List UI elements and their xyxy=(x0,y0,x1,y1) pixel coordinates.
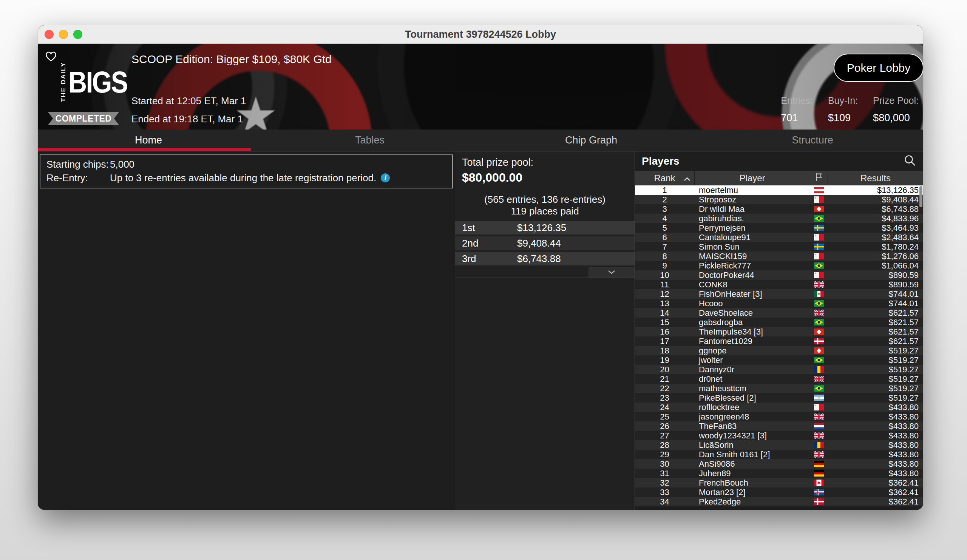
close-window-button[interactable] xyxy=(45,30,54,39)
player-row[interactable]: 30AnSi9086$433.80 xyxy=(635,459,923,469)
country-flag-icon-dk xyxy=(810,499,828,505)
lobby-tab-bar: HomeTablesChip GraphStructure xyxy=(38,130,923,151)
player-name: Dr wildi Maa xyxy=(694,204,810,214)
info-icon[interactable]: i xyxy=(381,173,390,183)
player-row[interactable]: 28LicãSorin$433.80 xyxy=(635,440,923,450)
player-row[interactable]: 31Juhen89$433.80 xyxy=(635,469,923,478)
player-row[interactable]: 17Fantomet1029$621.57 xyxy=(635,336,923,346)
scrollbar-thumb[interactable] xyxy=(919,186,922,207)
ended-time: Ended at 19:18 ET, Mar 1 xyxy=(132,113,243,125)
tab-structure[interactable]: Structure xyxy=(702,130,923,151)
player-name: woody1234321 [3] xyxy=(694,431,810,441)
started-time: Started at 12:05 ET, Mar 1 xyxy=(132,95,246,107)
player-row[interactable]: 26TheFan83$433.80 xyxy=(635,422,923,431)
player-row[interactable]: 10DoctorPoker44$890.59 xyxy=(635,270,923,280)
player-name: Pked2edge xyxy=(694,497,810,507)
player-rank: 21 xyxy=(635,374,694,384)
the-daily-bigs-logo: THE DAILY BIGS xyxy=(60,62,132,102)
logo-top-text: THE DAILY xyxy=(60,62,67,102)
poker-lobby-button[interactable]: Poker Lobby xyxy=(834,54,923,82)
country-flag-icon-mt xyxy=(810,272,828,278)
player-row[interactable]: 4gabiruhdias.$4,833.96 xyxy=(635,214,923,223)
country-flag-icon-ro xyxy=(810,442,828,448)
player-row[interactable]: 29Dan Smith 0161 [2]$433.80 xyxy=(635,450,923,459)
country-flag-icon-gb xyxy=(810,413,828,420)
expand-prizes-button[interactable] xyxy=(589,267,635,278)
player-row[interactable]: 20Dannyz0r$519.27 xyxy=(635,365,923,374)
country-flag-icon-br xyxy=(810,357,828,363)
player-rank: 27 xyxy=(635,431,694,441)
prize-place: 2nd xyxy=(462,237,517,249)
column-header-player[interactable]: Player xyxy=(694,171,810,185)
favorite-heart-icon[interactable] xyxy=(44,49,58,64)
player-result: $519.27 xyxy=(828,393,923,403)
player-row[interactable]: 2Stroposoz$9,408.44 xyxy=(635,195,923,204)
players-panel: Players Rank Player xyxy=(635,152,923,510)
player-name: PickleRick777 xyxy=(694,261,810,271)
player-row[interactable]: 14DaveShoelace$621.57 xyxy=(635,308,923,318)
player-result: $519.27 xyxy=(828,365,923,375)
player-row[interactable]: 8MAISCKI159$1,276.06 xyxy=(635,252,923,261)
player-name: TheFan83 xyxy=(694,422,810,431)
tab-home[interactable]: Home xyxy=(38,130,259,151)
player-name: gabiruhdias. xyxy=(694,214,810,224)
player-row[interactable]: 11CONK8$890.59 xyxy=(635,280,923,289)
player-result: $9,408.44 xyxy=(828,195,923,205)
player-row[interactable]: 15gabsdrogba$621.57 xyxy=(635,318,923,327)
player-name: Simon Sun xyxy=(694,242,810,252)
player-result: $519.27 xyxy=(828,355,923,365)
player-name: Hcooo xyxy=(694,299,810,308)
tab-tables[interactable]: Tables xyxy=(259,130,480,151)
country-flag-icon-br xyxy=(810,300,828,306)
players-header: Players xyxy=(635,152,923,171)
player-result: $621.57 xyxy=(828,336,923,346)
player-row[interactable]: 23PikeBlessed [2]$519.27 xyxy=(635,393,923,402)
prize-amount: $9,408.44 xyxy=(517,237,561,249)
zoom-window-button[interactable] xyxy=(73,30,83,39)
player-result: $433.80 xyxy=(828,440,923,450)
tournament-title: SCOOP Edition: Bigger $109, $80K Gtd xyxy=(132,53,332,66)
prize-table: 1st$13,126.352nd$9,408.443rd$6,743.88 xyxy=(455,221,635,265)
status-badge: COMPLETED xyxy=(48,112,119,125)
player-row[interactable]: 25jasongreen48$433.80 xyxy=(635,412,923,422)
player-row[interactable]: 12FishOnHeater [3]$744.01 xyxy=(635,289,923,299)
player-result: $3,464.93 xyxy=(828,223,923,233)
player-row[interactable]: 34Pked2edge$362.41 xyxy=(635,497,923,506)
tab-chip-graph[interactable]: Chip Graph xyxy=(480,130,702,151)
window-title: Tournament 3978244526 Lobby xyxy=(405,29,556,40)
player-name: DoctorPoker44 xyxy=(694,270,810,280)
player-rank: 18 xyxy=(635,346,694,356)
player-row[interactable]: 9PickleRick777$1,066.04 xyxy=(635,261,923,270)
player-row[interactable]: 24rofllocktree$433.80 xyxy=(635,402,923,412)
player-name: FishOnHeater [3] xyxy=(694,289,810,299)
stat-label: Prize Pool: xyxy=(873,95,919,106)
player-row[interactable]: 27woody1234321 [3]$433.80 xyxy=(635,431,923,440)
player-row[interactable]: 19jwolter$519.27 xyxy=(635,355,923,365)
player-row[interactable]: 33Mortan23 [2]$362.41 xyxy=(635,488,923,497)
player-row[interactable]: 16TheImpulse34 [3]$621.57 xyxy=(635,327,923,336)
column-header-flag[interactable] xyxy=(810,171,828,185)
search-icon[interactable] xyxy=(904,154,916,168)
minimize-window-button[interactable] xyxy=(59,30,68,39)
column-header-results[interactable]: Results xyxy=(828,171,923,185)
player-row[interactable]: 7Simon Sun$1,780.24 xyxy=(635,242,923,252)
player-name: moertelmu xyxy=(694,185,810,195)
player-row[interactable]: 32FrenchBouch$362.41 xyxy=(635,478,923,488)
player-rank: 2 xyxy=(635,195,694,205)
player-row[interactable]: 1moertelmu$13,126.35 xyxy=(635,185,923,195)
player-row[interactable]: 13Hcooo$744.01 xyxy=(635,299,923,308)
country-flag-icon-ch xyxy=(810,329,828,335)
player-result: $362.41 xyxy=(828,478,923,488)
country-flag-icon-se xyxy=(810,244,828,250)
player-row[interactable]: 6Cantaloupe91$2,483.64 xyxy=(635,232,923,242)
player-row[interactable]: 3Dr wildi Maa$6,743.88 xyxy=(635,204,923,214)
total-prize-pool-block: Total prize pool: $80,000.00 xyxy=(455,152,635,190)
player-result: $433.80 xyxy=(828,402,923,412)
player-row[interactable]: 21dr0net$519.27 xyxy=(635,374,923,384)
player-rank: 14 xyxy=(635,308,694,318)
player-row[interactable]: 22matheusttcm$519.27 xyxy=(635,384,923,393)
player-row[interactable]: 5Perrymejsen$3,464.93 xyxy=(635,223,923,232)
column-header-rank[interactable]: Rank xyxy=(635,171,694,185)
player-result: $519.27 xyxy=(828,374,923,384)
player-row[interactable]: 18ggnope$519.27 xyxy=(635,346,923,355)
